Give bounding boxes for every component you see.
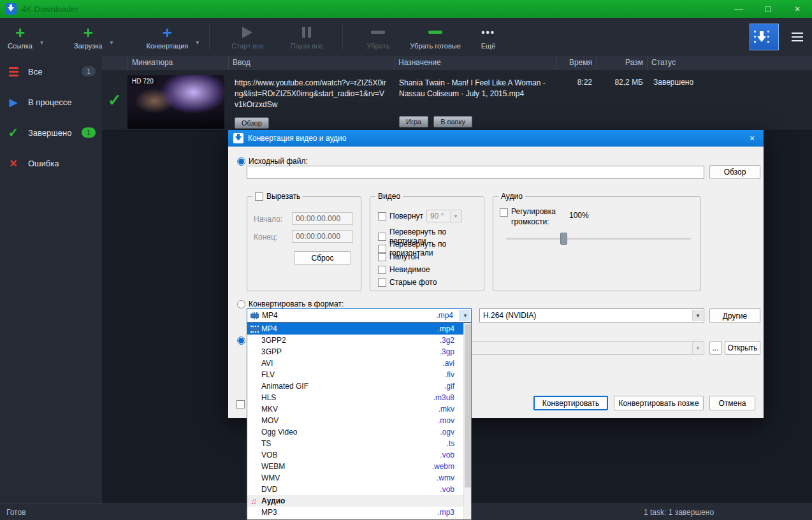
- link-dropdown-chevron-icon[interactable]: ▾: [40, 39, 48, 46]
- list-icon: [6, 67, 20, 76]
- flip-horizontal-checkbox[interactable]: [378, 245, 386, 253]
- play-icon: ▶: [6, 96, 20, 108]
- column-status[interactable]: Статус: [647, 56, 812, 70]
- source-file-input[interactable]: [247, 166, 704, 179]
- source-file-radio[interactable]: [237, 157, 245, 166]
- convert-button[interactable]: Конвертировать: [533, 396, 608, 410]
- sidebar-item-completed[interactable]: ✓ Завершено 1: [0, 117, 102, 148]
- format-option-label: MP3: [261, 508, 277, 517]
- more-button[interactable]: ••• Ещё: [474, 18, 504, 56]
- shutdown-checkbox[interactable]: [236, 400, 245, 408]
- add-download-button[interactable]: + Загрузка: [66, 18, 110, 56]
- scrollbar-thumb[interactable]: [465, 324, 471, 487]
- pause-all-button[interactable]: Пауза все: [283, 18, 331, 56]
- maximize-button[interactable]: □: [753, 0, 783, 18]
- table-row[interactable]: ✓ HD 720 https://www.youtube.com/watch?v…: [102, 70, 812, 131]
- format-option[interactable]: Animated GIF.gif: [247, 380, 471, 392]
- output-ellipsis-button[interactable]: ...: [709, 341, 721, 355]
- cut-start-label: Начало:: [254, 215, 282, 224]
- format-option-label: Ogg Video: [261, 428, 298, 437]
- conversion-dropdown-chevron-icon[interactable]: ▾: [196, 39, 204, 46]
- volume-slider-thumb[interactable]: [560, 233, 567, 245]
- format-option[interactable]: MP3.mp3: [247, 507, 471, 518]
- play-file-button[interactable]: Игра: [399, 116, 428, 127]
- close-button[interactable]: ×: [783, 0, 812, 18]
- add-link-label: Ссылка: [8, 42, 33, 50]
- menu-icon[interactable]: [792, 32, 803, 41]
- format-option[interactable]: DVD.vob: [247, 484, 471, 495]
- invisible-checkbox[interactable]: [378, 266, 386, 274]
- format-option[interactable]: MP4.mp4: [247, 323, 471, 335]
- codec-select[interactable]: H.264 (NVIDIA) ▾: [479, 308, 704, 322]
- column-destination[interactable]: Назначение: [394, 56, 556, 70]
- column-time[interactable]: Время: [556, 56, 596, 70]
- column-size[interactable]: Разм: [596, 56, 647, 70]
- format-option-extension: .wmv: [437, 473, 454, 482]
- format-option-label: DVD: [261, 485, 277, 494]
- dropdown-scrollbar[interactable]: [463, 323, 471, 519]
- chevron-down-icon: ▾: [692, 310, 703, 321]
- cut-reset-button[interactable]: Сброс: [294, 251, 351, 264]
- rotate-angle-select[interactable]: 90 ° ▾: [426, 210, 462, 222]
- video-thumbnail: HD 720: [127, 75, 224, 129]
- task-summary: 1 task: 1 завершено: [644, 508, 714, 517]
- download-arrow-icon: [753, 29, 770, 45]
- rotate-checkbox[interactable]: [378, 212, 386, 220]
- minimize-button[interactable]: —: [724, 0, 753, 18]
- volume-checkbox[interactable]: [500, 208, 508, 217]
- format-option[interactable]: MOV.mov: [247, 415, 471, 426]
- dialog-close-icon[interactable]: ×: [743, 130, 761, 147]
- format-option[interactable]: WMV.wmv: [247, 472, 471, 484]
- format-option[interactable]: 3GPP2.3g2: [247, 335, 471, 346]
- remove-completed-button[interactable]: Убрать готовые: [402, 18, 468, 56]
- more-dots-icon: •••: [481, 27, 495, 38]
- other-formats-button[interactable]: Другие: [709, 308, 760, 323]
- column-thumbnail[interactable]: Миниатюра: [127, 56, 228, 70]
- format-dropdown-list: MP4.mp43GPP2.3g23GPP.3gpAVI.aviFLV.flvAn…: [247, 323, 471, 518]
- add-link-button[interactable]: + Ссылка: [0, 18, 40, 56]
- sidebar-item-error[interactable]: ✕ Ошибка: [0, 148, 102, 178]
- convert-format-radio[interactable]: [237, 300, 245, 308]
- format-select[interactable]: MP4 .mp4 ▾: [247, 308, 472, 322]
- rotate-angle-value: 90 °: [430, 212, 444, 220]
- browse-source-button[interactable]: Обзор: [709, 165, 760, 179]
- format-option[interactable]: FLV.flv: [247, 369, 471, 380]
- cut-start-input[interactable]: 00:00:00.000: [292, 212, 353, 225]
- downloader-mode-button[interactable]: [750, 24, 779, 50]
- sidebar-item-all[interactable]: Все 1: [0, 56, 102, 87]
- pause-icon: [302, 27, 311, 38]
- cut-label: Вырезать: [266, 192, 300, 201]
- column-input[interactable]: Ввод: [228, 56, 394, 70]
- halftone-checkbox[interactable]: [378, 253, 386, 261]
- format-option-label: AVI: [261, 359, 273, 368]
- old-photo-checkbox[interactable]: [378, 278, 386, 287]
- completed-check-icon: ✓: [108, 90, 122, 110]
- convert-later-button[interactable]: Конвертировать позже: [614, 396, 704, 410]
- add-conversion-button[interactable]: + Конвертация: [139, 18, 196, 56]
- remove-button[interactable]: Убрать: [359, 18, 398, 56]
- format-option-label: WMV: [261, 473, 280, 482]
- sidebar-item-label: В процессе: [28, 98, 72, 107]
- rotate-label: Повернут: [389, 212, 423, 220]
- output-file-radio[interactable]: [237, 336, 245, 345]
- format-option[interactable]: VOB.vob: [247, 449, 471, 461]
- browse-button[interactable]: Обзор: [235, 117, 269, 129]
- format-option[interactable]: MKV.mkv: [247, 403, 471, 415]
- format-option[interactable]: AVI.avi: [247, 358, 471, 369]
- format-option[interactable]: TS.ts: [247, 438, 471, 449]
- output-open-button[interactable]: Открыть: [725, 341, 760, 355]
- format-group-header[interactable]: ♫Аудио: [247, 495, 471, 507]
- format-option[interactable]: WEBM.webm: [247, 461, 471, 472]
- format-option[interactable]: 3GPP.3gp: [247, 346, 471, 358]
- cut-checkbox[interactable]: [255, 192, 263, 201]
- sidebar-item-in-progress[interactable]: ▶ В процессе: [0, 87, 102, 117]
- start-all-button[interactable]: Старт все: [224, 18, 271, 56]
- cut-end-input[interactable]: 00:00:00.000: [292, 230, 353, 243]
- format-option[interactable]: Ogg Video.ogv: [247, 426, 471, 438]
- download-dropdown-chevron-icon[interactable]: ▾: [110, 39, 118, 46]
- volume-slider-track[interactable]: [506, 238, 691, 240]
- cancel-button[interactable]: Отмена: [709, 396, 755, 410]
- open-folder-button[interactable]: В папку: [433, 116, 472, 127]
- format-option[interactable]: HLS.m3u8: [247, 392, 471, 403]
- chevron-down-icon: ▾: [460, 310, 470, 321]
